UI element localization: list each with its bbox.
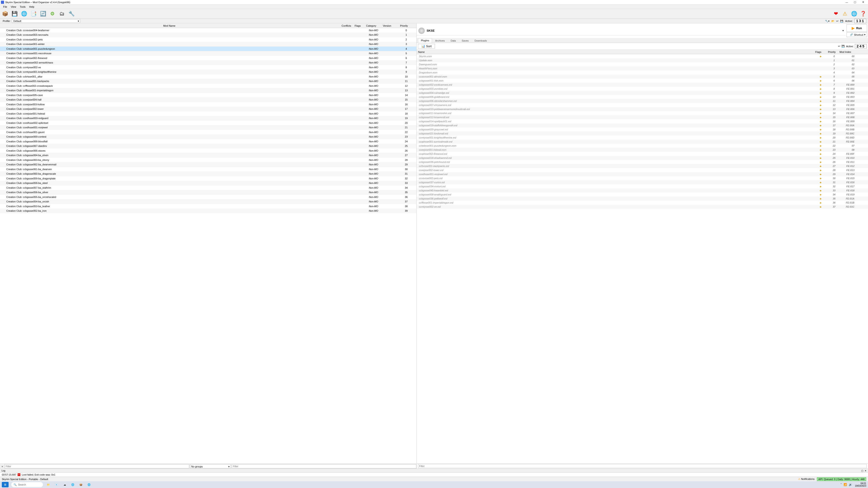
plugin-row[interactable]: ccbgssse005-goldbrand.esl◈10FE:003: [416, 95, 868, 99]
maximize-button[interactable]: ▢: [851, 0, 859, 4]
tab-data[interactable]: Data: [448, 39, 458, 43]
plugin-row[interactable]: ccbgssse019-staffofsheogorath.esl◈17FE:0…: [416, 123, 868, 127]
mod-row[interactable]: Creation Club: ccbgssse056-ba_silverNon-…: [0, 190, 416, 195]
taskbar-app-3[interactable]: ☁: [62, 482, 67, 487]
plugin-row[interactable]: ccmtysse001-knightsofthenine.esl◈20FE:00…: [416, 135, 868, 140]
plugin-row[interactable]: ccvsvsse002-pets.esl◈30FE:015: [416, 176, 868, 180]
tray-chevron-icon[interactable]: ˄: [840, 483, 842, 486]
mod-row[interactable]: Creation Club: ccffbsse001-imperialdrago…: [0, 88, 416, 93]
install-mod-icon[interactable]: 💾: [11, 11, 18, 17]
plugin-backup-icon[interactable]: 💾: [842, 45, 845, 48]
plugin-row[interactable]: ccqdrsse002-firewood.esl◈24FE:00F: [416, 152, 868, 156]
plugin-restore-icon[interactable]: ↩: [838, 45, 840, 48]
mod-row[interactable]: Creation Club: ccbgssse053-ba_leatherNon…: [0, 204, 416, 209]
group-select[interactable]: No groups: [190, 464, 231, 468]
tab-archives[interactable]: Archives: [432, 39, 447, 43]
taskbar-app-4[interactable]: 🌐: [70, 482, 75, 487]
plugin-row[interactable]: ccbgssse003-zombies.esl◈8FE:001: [416, 87, 868, 91]
tab-saves[interactable]: Saves: [459, 39, 471, 43]
minimize-button[interactable]: —: [843, 0, 851, 4]
log-label[interactable]: Log: [1, 469, 6, 472]
tab-downloads[interactable]: Downloads: [472, 39, 489, 43]
plugin-row[interactable]: ccedhsse001-norjewel.esl◈29FE:014: [416, 172, 868, 176]
filter-expand[interactable]: »: [0, 465, 4, 468]
mod-row[interactable]: Creation Club: ccffbsse002-crossbowpackN…: [0, 84, 416, 88]
profile-select[interactable]: Default: [12, 19, 80, 23]
close-button[interactable]: ✕: [859, 0, 867, 4]
mod-row[interactable]: Creation Club: ccvsvsse001-winterNon-MO3: [0, 42, 416, 47]
mod-row[interactable]: Creation Club: ccbgssse062-ba_dwarvenmai…: [0, 162, 416, 167]
system-tray[interactable]: ˄ 📶 🔊: [840, 483, 852, 486]
mod-row[interactable]: Creation Club: ccpewsse002-armsofchaosNo…: [0, 61, 416, 65]
mod-row[interactable]: Creation Club: cctwbsse001-puzzledungeon…: [0, 46, 416, 51]
mod-row[interactable]: Creation Club: cceejsse003-hollowNon-MO1…: [0, 102, 416, 107]
menu-help[interactable]: Help: [27, 5, 36, 8]
mod-row[interactable]: Creation Club: ccbgssse058-ba_steelNon-M…: [0, 181, 416, 186]
mod-row[interactable]: Creation Club: ccbgssse057-ba_stalhrimNo…: [0, 186, 416, 190]
plugin-row[interactable]: Dragonborn.esm404: [416, 70, 868, 74]
menu-view[interactable]: View: [9, 5, 18, 8]
mod-row[interactable]: Creation Club: ccbgssse059-ba_dragonplat…: [0, 176, 416, 181]
plugin-row[interactable]: cceejsse002-tower.esl◈28FE:013: [416, 168, 868, 172]
menu-file[interactable]: File: [1, 5, 9, 8]
plugin-row[interactable]: ccbgssse018-shadowrend.esl◈25FE:010: [416, 156, 868, 160]
mod-row[interactable]: Creation Club: ccvsvsse003-necroartsNon-…: [0, 33, 416, 37]
taskbar-app-2[interactable]: 📧: [54, 482, 59, 487]
notifications-button[interactable]: Notifications: [798, 478, 815, 481]
col-flags[interactable]: Flags: [353, 24, 362, 27]
mod-rows[interactable]: Creation Club: ccvsvsse004-beafarmerNon-…: [0, 28, 416, 464]
mod-filter-input-2[interactable]: [232, 464, 416, 468]
mod-row[interactable]: Creation Club: cceejsse004-hallNon-MO15: [0, 98, 416, 102]
plugin-row[interactable]: ccqdrsse001-survivalmode.esl◈21FE:00E: [416, 140, 868, 144]
mod-row[interactable]: Creation Club: ccbgssse064-ba_elvenNon-M…: [0, 153, 416, 158]
plugin-row[interactable]: ccbgssse035-petnhound.esl◈26FE:011: [416, 160, 868, 164]
mod-row[interactable]: Creation Club: cceejsse005-caveNon-MO14: [0, 93, 416, 98]
mod-row[interactable]: Creation Club: ccbgssse063-ba_ebonyNon-M…: [0, 158, 416, 162]
shortcut-button[interactable]: 🔗 Shortcut ▾: [846, 32, 867, 37]
plugin-row[interactable]: ccffbsse001-imperialdragon.esl◈36FE:01B: [416, 201, 868, 205]
plugin-row[interactable]: ccbgssse021-lordsmail.esl◈19FE:00C: [416, 131, 868, 135]
plugin-row[interactable]: Dawnguard.esm202: [416, 62, 868, 66]
menu-tools[interactable]: Tools: [18, 5, 27, 8]
plugin-row[interactable]: ccbgssse006-stendarshammer.esl◈11FE:004: [416, 99, 868, 103]
tray-volume-icon[interactable]: 🔊: [849, 483, 852, 486]
mod-row[interactable]: Creation Club: ccmtysse001-knightsofthen…: [0, 70, 416, 74]
plugin-filter-input[interactable]: [418, 464, 867, 468]
mod-row[interactable]: Creation Club: ccbgssse060-ba_dragonscal…: [0, 172, 416, 176]
plugin-row[interactable]: HearthFires.esm303: [416, 66, 868, 70]
plugin-row[interactable]: ccfsvsse001-backpacks.esl◈27FE:012: [416, 164, 868, 168]
mod-row[interactable]: Creation Club: ccvsvsse004-beafarmerNon-…: [0, 28, 416, 33]
refresh-icon[interactable]: 🔄: [40, 11, 46, 17]
mod-row[interactable]: Creation Club: ccbgssse061-ba_dwarvenNon…: [0, 167, 416, 172]
plugin-row[interactable]: cctwbsse001-puzzledungeon.esm◈2207: [416, 144, 868, 148]
mod-row[interactable]: Creation Club: ccedhsse003-redguardNon-M…: [0, 116, 416, 121]
taskbar-app-6[interactable]: 🌐: [86, 482, 92, 487]
plugin-row[interactable]: ccbgssse007-chrysamere.esl◈12FE:005: [416, 103, 868, 107]
help-icon[interactable]: ❓: [860, 11, 866, 17]
mod-row[interactable]: Creation Club: ccedhsse002-splkntsetNon-…: [0, 121, 416, 125]
mod-filter-input[interactable]: [4, 464, 189, 468]
plugin-row[interactable]: ccbgssse037-curios.esl◈31FE:016: [416, 180, 868, 184]
tools-icon[interactable]: 🔧: [68, 11, 74, 17]
nexus-icon[interactable]: 🌐: [21, 11, 27, 17]
executables-icon[interactable]: 🗂: [59, 11, 65, 17]
taskbar-clock[interactable]: 04:01 19/03/2023: [855, 482, 866, 487]
plugin-row[interactable]: ccbgssse010-petdwarvenarmoredmudcrab.esl…: [416, 107, 868, 111]
plugin-row[interactable]: ccbgssse034-mntuni.esl◈32FE:017: [416, 184, 868, 188]
mod-row[interactable]: Creation Club: ccmtysse002-veNon-MO8: [0, 65, 416, 70]
mod-row[interactable]: Creation Club: ccbgssse054-ba_orcishNon-…: [0, 199, 416, 204]
pcol-priority[interactable]: Priority: [825, 51, 839, 53]
plugin-row[interactable]: ccbgssse004-ruinsedge.esl◈9FE:002: [416, 91, 868, 95]
profiles-icon[interactable]: 📑: [30, 11, 37, 17]
plugin-row[interactable]: ccmtysse002-ve.esl◈37FE:01C: [416, 205, 868, 209]
plugin-row[interactable]: ccbgssse014-spellpack01.esl◈16FE:009: [416, 119, 868, 123]
taskbar-search[interactable]: 🔍 Search: [11, 482, 43, 487]
plugin-row[interactable]: Skyrim.esm◈000: [416, 54, 868, 58]
mod-row[interactable]: Creation Club: ccfsvsse001-backpacksNon-…: [0, 79, 416, 84]
backup-icon[interactable]: 💾: [840, 20, 843, 23]
plugin-row[interactable]: ccbgssse012-hrsarmrstl.esl◈15FE:008: [416, 115, 868, 119]
col-conflicts[interactable]: Conflicts: [340, 24, 353, 27]
exe-dropdown[interactable]: ▾: [842, 29, 844, 32]
col-category[interactable]: Category: [362, 24, 380, 27]
plugin-row[interactable]: ccbgssse002-exoticarrows.esl◈7FE:000: [416, 83, 868, 87]
